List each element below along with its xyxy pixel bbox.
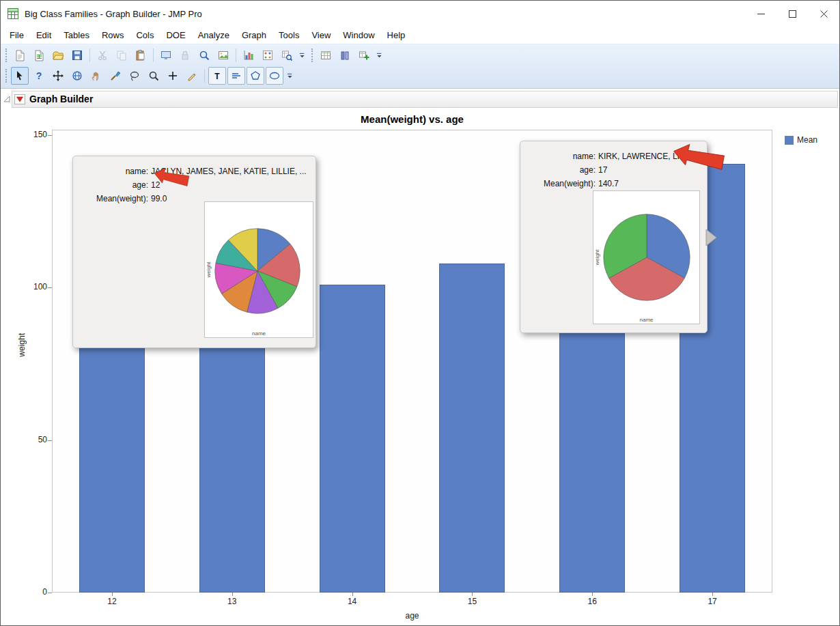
hover-row-mean-weight-: Mean(weight):140.7 <box>527 177 703 190</box>
hover-row-value: 17 <box>598 163 607 177</box>
cut-icon <box>96 49 109 61</box>
grabber-tool-button[interactable] <box>87 67 105 85</box>
search-icon <box>198 49 210 61</box>
selection-tool-button[interactable] <box>68 67 86 85</box>
crosshair-tool-button[interactable] <box>164 67 182 85</box>
menu-file[interactable]: File <box>3 28 30 42</box>
y-tick-150: 150 <box>23 130 47 139</box>
collapse-triangle-icon[interactable] <box>3 95 11 103</box>
hover-row-label: Mean(weight): <box>80 192 148 205</box>
query-icon <box>281 49 293 61</box>
report-header-row: Graph Builder <box>1 89 839 108</box>
pie-y-axis-label: weight <box>594 249 600 265</box>
query-button[interactable] <box>278 46 296 64</box>
x-tick-mark <box>112 593 113 596</box>
copy-button[interactable] <box>113 46 130 64</box>
bar-age-14[interactable] <box>320 285 385 593</box>
save-icon <box>71 49 83 61</box>
lasso-tool-button[interactable] <box>126 67 143 85</box>
menu-rows[interactable]: Rows <box>96 28 130 42</box>
y-axis-title: weight <box>17 333 27 357</box>
app-icon <box>7 8 19 20</box>
help-tool-button[interactable]: ? <box>30 67 48 85</box>
select-tool-button[interactable] <box>11 67 29 85</box>
new-journal-icon <box>14 49 26 61</box>
hover-row-value: 140.7 <box>598 177 619 190</box>
minimize-icon <box>757 10 765 18</box>
picture-button[interactable] <box>214 46 232 64</box>
toolbar-sep <box>204 69 205 83</box>
oval-tool-button[interactable] <box>266 67 283 85</box>
toolbar-grip[interactable] <box>5 48 7 62</box>
x-tick-mark <box>472 593 473 596</box>
graph-builder-button[interactable] <box>240 46 257 64</box>
open-button[interactable] <box>49 46 67 64</box>
x-tick-15: 15 <box>448 597 496 606</box>
red-triangle-icon <box>16 96 23 102</box>
red-triangle-menu-button[interactable] <box>14 94 25 104</box>
oval-tool-icon <box>268 70 281 82</box>
menu-window[interactable]: Window <box>337 28 380 42</box>
line-tool-button[interactable] <box>227 67 245 85</box>
help-tool-icon: ? <box>33 70 45 82</box>
update-table-button[interactable] <box>355 46 373 64</box>
menu-tables[interactable]: Tables <box>57 28 96 42</box>
menu-view[interactable]: View <box>305 28 337 42</box>
update-table-icon <box>358 49 370 61</box>
x-tick-mark <box>232 593 233 596</box>
new-journal-button[interactable] <box>11 46 29 64</box>
paste-button[interactable] <box>132 46 150 64</box>
overflow-chevron-button[interactable] <box>285 67 295 85</box>
chart-title: Mean(weight) vs. age <box>52 113 772 125</box>
crosshair-tool-icon <box>167 70 179 82</box>
overflow-chevron-icon <box>287 72 293 80</box>
bar-age-15[interactable] <box>439 264 505 593</box>
minimize-button[interactable] <box>745 1 776 27</box>
polygon-tool-button[interactable] <box>247 67 264 85</box>
hover-pie-chart: weight name <box>204 201 313 338</box>
lock-button[interactable] <box>176 46 194 64</box>
doe-design-button[interactable] <box>259 46 277 64</box>
data-table-icon <box>320 49 332 61</box>
brush-tool-button[interactable] <box>107 67 124 85</box>
magnifier-tool-button[interactable] <box>145 67 163 85</box>
annotate-tool-button[interactable] <box>183 67 201 85</box>
hover-row-label: age: <box>80 178 148 192</box>
capture-button[interactable] <box>157 46 175 64</box>
menu-cols[interactable]: Cols <box>130 28 160 42</box>
maximize-icon <box>789 10 796 18</box>
menu-edit[interactable]: Edit <box>30 28 57 42</box>
new-data-table-button[interactable] <box>30 46 48 64</box>
menu-graph[interactable]: Graph <box>236 28 272 42</box>
x-tick-mark <box>352 593 353 596</box>
menu-tools[interactable]: Tools <box>272 28 305 42</box>
toolbar-grip[interactable] <box>5 69 7 83</box>
overflow-chevron-button[interactable] <box>374 46 384 64</box>
drilldown-arrow-icon[interactable] <box>705 229 718 246</box>
lasso-tool-icon <box>128 70 141 82</box>
maximize-button[interactable] <box>776 1 808 27</box>
panel-title: Graph Builder <box>29 94 93 104</box>
copy-icon <box>115 49 128 61</box>
cut-button[interactable] <box>94 46 111 64</box>
menu-analyze[interactable]: Analyze <box>192 28 236 42</box>
close-button[interactable] <box>808 1 839 27</box>
toolbar-grip[interactable] <box>311 48 313 62</box>
paste-icon <box>135 49 147 61</box>
scroller-tool-button[interactable] <box>49 67 67 85</box>
data-table-button[interactable] <box>317 46 335 64</box>
toolbar-row-2: ?T <box>2 66 838 86</box>
scroller-tool-icon <box>52 70 64 82</box>
menu-doe[interactable]: DOE <box>160 28 191 42</box>
graph-builder-icon <box>242 49 255 61</box>
overflow-chevron-button[interactable] <box>297 46 307 64</box>
y-tick-50: 50 <box>23 435 47 444</box>
search-button[interactable] <box>195 46 213 64</box>
text-tool-button[interactable]: T <box>208 67 226 85</box>
svg-text:?: ? <box>36 70 42 81</box>
columns-viewer-button[interactable] <box>336 46 354 64</box>
grabber-tool-icon <box>90 70 102 82</box>
save-button[interactable] <box>68 46 86 64</box>
y-tick-100: 100 <box>23 282 47 291</box>
menu-help[interactable]: Help <box>381 28 412 42</box>
